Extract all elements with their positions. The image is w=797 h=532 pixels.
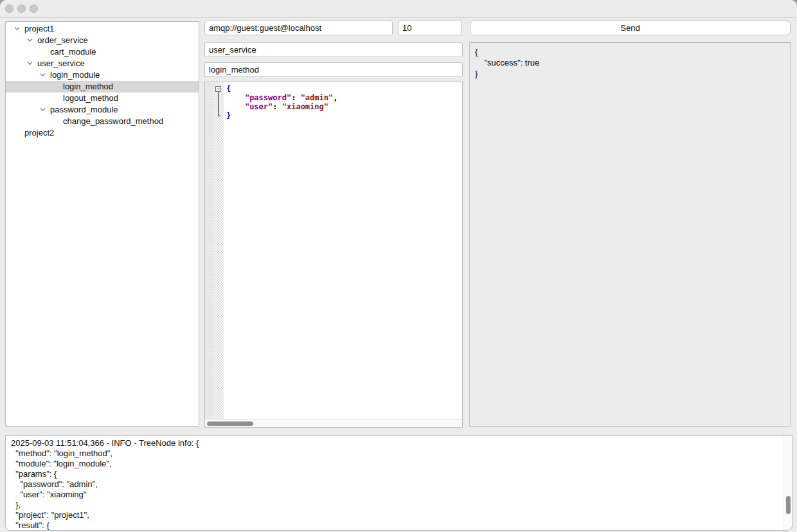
- horizontal-scrollbar-thumb[interactable]: [207, 421, 253, 426]
- method-input[interactable]: [204, 62, 463, 77]
- tree-item-user_service[interactable]: user_service: [6, 58, 199, 69]
- log-line: "password": "admin",: [11, 479, 787, 490]
- service-input[interactable]: [204, 42, 463, 57]
- editor-margin: [205, 82, 213, 419]
- tree-item-label: password_module: [50, 104, 118, 116]
- log-output[interactable]: 2025-09-03 11:51:04,366 - INFO - TreeNod…: [5, 435, 793, 531]
- log-line: },: [11, 500, 787, 510]
- log-line: "module": "login_module",: [11, 459, 787, 469]
- fold-collapse-icon[interactable]: [215, 86, 221, 92]
- response-line: {: [475, 46, 785, 57]
- log-line: 2025-09-03 11:51:04,366 - INFO - TreeNod…: [11, 438, 787, 448]
- chevron-down-icon[interactable]: [39, 71, 46, 78]
- zoom-button[interactable]: [30, 4, 38, 13]
- tree-item-label: user_service: [37, 58, 85, 69]
- project-tree[interactable]: project1order_servicecart_moduleuser_ser…: [5, 21, 199, 427]
- minimize-button[interactable]: [17, 4, 26, 13]
- response-line: "success": true: [475, 57, 785, 68]
- log-line: "result": {: [11, 520, 787, 531]
- chevron-down-icon[interactable]: [26, 60, 33, 67]
- tree-item-order_service[interactable]: order_service: [6, 35, 199, 46]
- editor-line: {: [226, 84, 460, 93]
- editor-code-area[interactable]: { "password": "admin", "user": "xiaoming…: [224, 82, 462, 419]
- chevron-down-icon[interactable]: [13, 25, 21, 32]
- send-button[interactable]: Send: [470, 21, 791, 35]
- tree-item-login_method[interactable]: login_method: [6, 81, 199, 93]
- amqp-url-input[interactable]: [204, 21, 393, 35]
- editor-fold-margin: [213, 82, 224, 419]
- tree-item-login_module[interactable]: login_module: [6, 69, 199, 81]
- tree-item-change_password_method[interactable]: change_password_method: [6, 116, 199, 127]
- chevron-down-icon[interactable]: [26, 37, 33, 44]
- tree-item-password_module[interactable]: password_module: [6, 104, 199, 116]
- editor-line: "password": "admin",: [226, 93, 460, 102]
- fold-guide-line: [218, 92, 221, 116]
- tree-item-label: login_method: [63, 81, 113, 93]
- vertical-scrollbar-thumb[interactable]: [786, 496, 791, 514]
- tree-item-cart_module[interactable]: cart_module: [6, 46, 199, 58]
- horizontal-scrollbar[interactable]: [205, 419, 462, 427]
- app-window: project1order_servicecart_moduleuser_ser…: [0, 0, 797, 532]
- close-button[interactable]: [5, 4, 13, 13]
- editor-line: }: [226, 111, 460, 120]
- response-line: }: [475, 68, 785, 79]
- tree-item-label: order_service: [37, 35, 88, 46]
- timeout-input[interactable]: [398, 21, 462, 35]
- log-line: "user": "xiaoming": [11, 490, 787, 500]
- editor-line: "user": "xiaoming": [226, 102, 460, 111]
- tree-item-project2[interactable]: project2: [6, 127, 199, 139]
- tree-item-label: logout_method: [63, 93, 118, 104]
- tree-item-logout_method[interactable]: logout_method: [6, 93, 199, 104]
- chevron-down-icon[interactable]: [39, 106, 46, 113]
- tree-item-label: login_module: [50, 69, 100, 81]
- tree-item-label: cart_module: [50, 46, 96, 58]
- log-line: "project": "project1",: [11, 510, 787, 520]
- log-line: "method": "login_method",: [11, 448, 787, 459]
- vertical-scrollbar[interactable]: [784, 436, 792, 530]
- title-bar[interactable]: [0, 0, 797, 18]
- tree-item-label: project1: [24, 23, 54, 35]
- log-line: "params": {: [11, 469, 787, 479]
- tree-item-project1[interactable]: project1: [6, 23, 199, 35]
- response-viewer: { "success": true}: [469, 42, 791, 427]
- params-editor[interactable]: { "password": "admin", "user": "xiaoming…: [204, 82, 463, 428]
- tree-item-label: project2: [24, 127, 54, 139]
- tree-item-label: change_password_method: [63, 116, 163, 127]
